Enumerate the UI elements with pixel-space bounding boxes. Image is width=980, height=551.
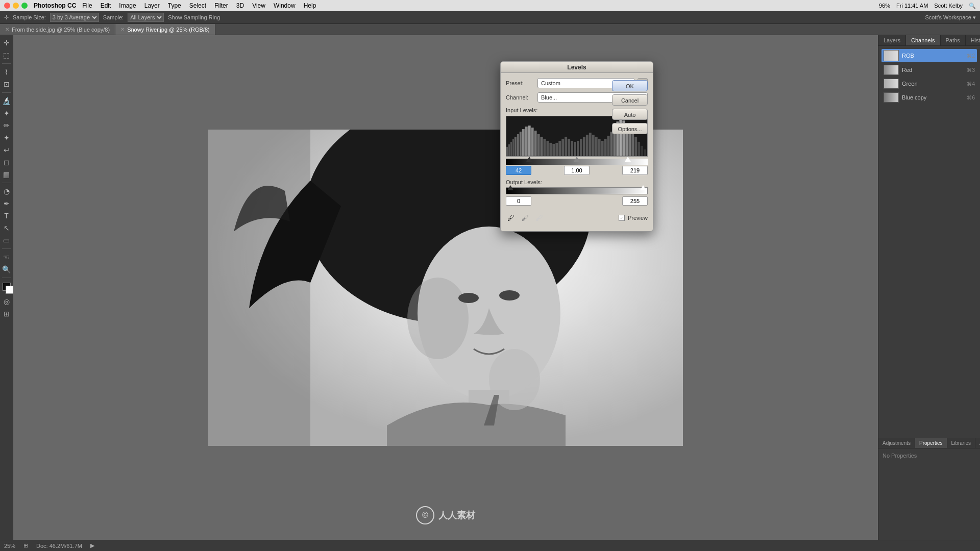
gray-eyedropper-button[interactable]: 🖋 [520, 213, 530, 223]
healing-brush-tool[interactable]: ✦ [1, 108, 12, 119]
white-eyedropper-button[interactable]: 🖋 [534, 213, 545, 223]
gradient-tool[interactable]: ▦ [1, 169, 12, 180]
svg-point-4 [407, 278, 469, 359]
channels-list: RGB ⌘2 Red ⌘3 Green ⌘4 Blue copy ⌘6 [878, 46, 980, 107]
menu-3d[interactable]: 3D [236, 2, 244, 9]
black-point-slider[interactable] [526, 157, 532, 162]
white-point-slider[interactable] [625, 157, 631, 162]
menu-view[interactable]: View [252, 2, 265, 9]
cancel-button[interactable]: Cancel [612, 94, 648, 106]
panel-tabs: Layers Channels Paths History [878, 35, 980, 46]
tab-libraries[interactable]: Libraries [947, 438, 975, 448]
options-toolbar: ✛ Sample Size: 3 by 3 Average Sample: Al… [0, 11, 980, 24]
no-properties-label: No Properties [878, 448, 980, 463]
foreground-color[interactable] [3, 283, 11, 291]
clone-stamp-tool[interactable]: ✦ [1, 132, 12, 143]
tab-snowy-river[interactable]: ✕ Snowy River.jpg @ 25% (RGB/8) [115, 24, 215, 35]
history-brush-tool[interactable]: ↩ [1, 144, 12, 156]
zoom-tool[interactable]: 🔍 [1, 264, 12, 275]
channel-row-green[interactable]: Green ⌘4 [881, 78, 977, 90]
output-white-slider[interactable] [640, 185, 646, 190]
tab-channels[interactable]: Channels [906, 35, 940, 45]
input-levels-slider[interactable] [506, 159, 648, 165]
crop-tool[interactable]: ⊡ [1, 79, 12, 90]
move-tool[interactable]: ✛ [1, 37, 12, 48]
hand-tool[interactable]: ☜ [1, 252, 12, 263]
search-icon[interactable]: 🔍 [969, 3, 976, 9]
midpoint-slider[interactable] [574, 157, 580, 162]
maximize-button[interactable] [21, 3, 28, 9]
input-mid-field[interactable] [564, 166, 590, 175]
svg-rect-25 [549, 143, 552, 156]
close-button[interactable] [4, 3, 10, 9]
eyedropper-tool[interactable]: 🔬 [1, 95, 12, 107]
svg-rect-22 [541, 137, 543, 156]
tab-properties[interactable]: Properties [915, 438, 947, 448]
arrow-icon[interactable]: ▶ [90, 542, 94, 549]
tab-adjustments[interactable]: Adjustments [878, 438, 915, 448]
preview-checkbox[interactable]: ✓ [619, 215, 625, 221]
channel-row-blue-copy[interactable]: Blue copy ⌘6 [881, 91, 977, 104]
channel-row-rgb[interactable]: RGB ⌘2 [881, 49, 977, 62]
output-black-field[interactable] [506, 196, 531, 206]
output-white-field[interactable] [622, 196, 648, 206]
ok-button[interactable]: OK [612, 80, 648, 91]
sample-size-dropdown[interactable]: 3 by 3 Average [50, 13, 99, 22]
tool-separator-1 [2, 63, 11, 64]
channel-row-red[interactable]: Red ⌘3 [881, 64, 977, 76]
menu-help[interactable]: Help [304, 2, 316, 9]
input-white-field[interactable] [622, 166, 648, 175]
black-eyedropper-button[interactable]: 🖋 [506, 213, 516, 223]
marquee-tool[interactable]: ⬚ [1, 49, 12, 61]
svg-point-6 [499, 290, 520, 300]
svg-rect-16 [522, 129, 525, 156]
watermark: © 人人素材 [416, 506, 475, 524]
tab-close-icon[interactable]: ✕ [120, 27, 125, 32]
svg-rect-37 [586, 135, 589, 156]
dodge-tool[interactable]: ◔ [1, 186, 12, 197]
pen-tool[interactable]: ✒ [1, 198, 12, 209]
shape-tool[interactable]: ▭ [1, 235, 12, 246]
svg-rect-33 [574, 142, 576, 156]
levels-dialog: Levels Preset: Custom ▾ ⚙ Channel: Blue.… [500, 61, 653, 232]
svg-rect-39 [592, 135, 595, 156]
menu-file[interactable]: File [82, 2, 92, 9]
output-values-row [506, 196, 648, 206]
background-color[interactable] [6, 286, 14, 294]
output-levels-slider[interactable] [506, 187, 648, 194]
quick-mask-toggle[interactable]: ◎ [1, 296, 12, 307]
menu-edit[interactable]: Edit [101, 2, 111, 9]
options-button[interactable]: Options... [612, 123, 648, 134]
eraser-tool[interactable]: ◻ [1, 157, 12, 168]
menu-select[interactable]: Select [189, 2, 206, 9]
channel-label: Channel: [506, 94, 534, 101]
tab-paths[interactable]: Paths [941, 35, 966, 45]
menu-layer[interactable]: Layer [144, 2, 160, 9]
expand-icon[interactable]: ⊞ [23, 542, 28, 549]
window-controls[interactable] [4, 3, 28, 9]
svg-rect-45 [610, 132, 613, 156]
auto-button[interactable]: Auto [612, 109, 648, 120]
type-tool[interactable]: T [1, 210, 12, 221]
menu-window[interactable]: Window [274, 2, 296, 9]
output-black-slider[interactable] [507, 185, 513, 190]
tab-from-the-side[interactable]: ✕ From the side.jpg @ 25% (Blue copy/8) [0, 24, 115, 35]
channel-thumb-blue-copy [884, 92, 899, 103]
brush-tool[interactable]: ✏ [1, 120, 12, 131]
sample-dropdown[interactable]: All Layers [128, 13, 164, 22]
tab-layers[interactable]: Layers [878, 35, 906, 45]
tab-close-icon[interactable]: ✕ [5, 27, 9, 32]
menu-bar[interactable]: File Edit Image Layer Type Select Filter… [82, 2, 316, 9]
lasso-tool[interactable]: ⌇ [1, 66, 12, 78]
tab-actions[interactable]: Actions [975, 438, 980, 448]
input-black-field[interactable] [506, 166, 531, 175]
levels-title: Levels [567, 64, 586, 71]
status-bar: 25% ⊞ Doc: 46.2M/61.7M ▶ [0, 540, 980, 551]
tab-history[interactable]: History [966, 35, 980, 45]
path-selection-tool[interactable]: ↖ [1, 222, 12, 234]
menu-type[interactable]: Type [168, 2, 181, 9]
menu-filter[interactable]: Filter [214, 2, 228, 9]
menu-image[interactable]: Image [119, 2, 136, 9]
minimize-button[interactable] [13, 3, 19, 9]
screen-mode-toggle[interactable]: ⊞ [1, 308, 12, 319]
